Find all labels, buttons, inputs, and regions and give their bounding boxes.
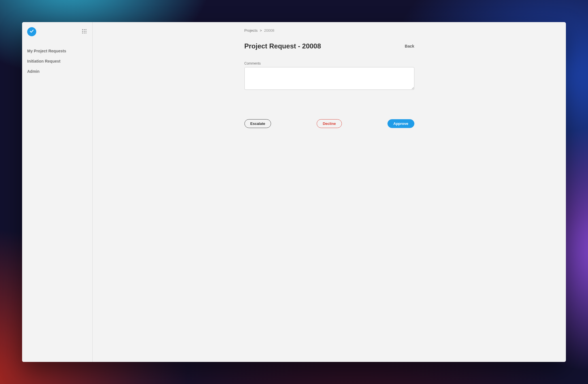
main-content: Projects > 20008 Project Request - 20008…: [93, 22, 566, 362]
comments-input[interactable]: [244, 67, 414, 90]
sidebar-item-label: Admin: [27, 69, 40, 74]
sidebar: My Project Requests Initiation Request A…: [22, 22, 93, 362]
app-logo[interactable]: [27, 27, 36, 36]
breadcrumb: Projects > 20008: [244, 28, 414, 33]
sidebar-nav: My Project Requests Initiation Request A…: [27, 46, 87, 76]
sidebar-item-label: My Project Requests: [27, 49, 66, 53]
sidebar-item-my-project-requests[interactable]: My Project Requests: [27, 46, 87, 56]
sidebar-item-initiation-request[interactable]: Initiation Request: [27, 56, 87, 66]
sidebar-item-admin[interactable]: Admin: [27, 66, 87, 76]
breadcrumb-root[interactable]: Projects: [244, 28, 258, 33]
breadcrumb-separator: >: [260, 28, 262, 33]
app-window: My Project Requests Initiation Request A…: [22, 22, 566, 362]
apps-grid-icon[interactable]: [82, 29, 87, 34]
sidebar-item-label: Initiation Request: [27, 59, 60, 63]
page-title: Project Request - 20008: [244, 42, 321, 50]
action-row: Escalate Decline Approve: [244, 119, 414, 128]
sidebar-header: [27, 27, 87, 36]
back-button[interactable]: Back: [405, 44, 414, 48]
title-row: Project Request - 20008 Back: [244, 42, 414, 50]
content-column: Projects > 20008 Project Request - 20008…: [244, 28, 414, 128]
comments-label: Comments: [244, 61, 414, 65]
decline-button[interactable]: Decline: [317, 119, 342, 128]
breadcrumb-current: 20008: [264, 28, 274, 33]
approve-button[interactable]: Approve: [387, 119, 414, 128]
check-icon: [29, 29, 34, 35]
escalate-button[interactable]: Escalate: [244, 119, 271, 128]
